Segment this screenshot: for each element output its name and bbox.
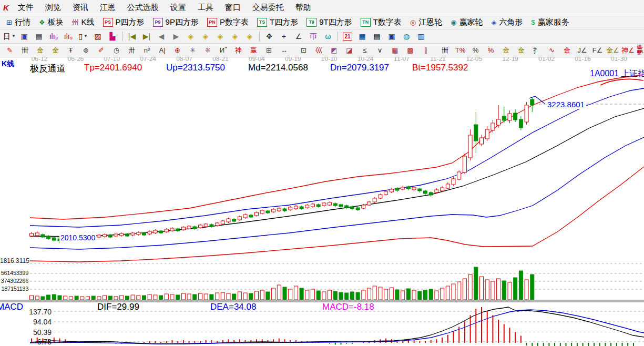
toolbar-overflow[interactable]: 进整 [635, 44, 643, 56]
draw-pencil-angle-button[interactable]: ✐ [94, 45, 109, 56]
draw-pencil-button[interactable]: ✎ [2, 45, 17, 56]
tool-chart-9-button[interactable]: ılı₉ [61, 30, 76, 42]
tool-diamond-right-button[interactable]: ◈ [198, 30, 213, 42]
menu-5[interactable]: 公式选股 [121, 1, 165, 14]
tool-color-histogram-button[interactable]: ▙ [105, 30, 120, 42]
draw-ying-tool-button[interactable]: 赢 [246, 45, 261, 56]
menu-8[interactable]: 窗口 [219, 1, 247, 14]
overflow-icon-2[interactable]: 整 [637, 50, 642, 56]
draw-f-comb-button[interactable]: Ŧ [63, 45, 78, 56]
tool-diamond-x-button[interactable]: ◈ [228, 30, 242, 42]
feature-t-square-button[interactable]: TST四方形 [253, 16, 302, 28]
tool-save-button[interactable]: ▣ [384, 30, 399, 42]
candle-body [452, 179, 455, 185]
draw-circle-ruler-button[interactable]: ◷ [109, 45, 124, 56]
menu-9[interactable]: 交易委托 [247, 1, 290, 14]
tool-notes-button[interactable]: ▤ [370, 30, 384, 42]
draw-red-grid-2-button[interactable]: ▩ [403, 45, 418, 56]
tool-calendar-button[interactable]: 21 [340, 30, 355, 42]
draw-brush-button[interactable]: 扌 [529, 45, 544, 56]
draw-percent-line-button[interactable]: % [483, 45, 498, 56]
tool-window-cascade-button[interactable]: ▣ [17, 30, 32, 42]
draw-a-line-button[interactable]: A| [155, 45, 170, 56]
draw-gold-red-line-button[interactable]: 金 [559, 45, 575, 56]
draw-box-rays-2-button[interactable]: ◪ [342, 45, 357, 56]
draw-n-squared-button[interactable]: n² [139, 45, 155, 56]
tool-gann-tool-button[interactable]: 帀 [306, 30, 321, 42]
draw-gold-angle-button[interactable]: 金∠ [605, 45, 620, 56]
draw-t-percent-button[interactable]: T% [453, 45, 468, 56]
draw-span-arrow-button[interactable]: ↔ [277, 45, 292, 56]
draw-box-frame-button[interactable]: ⊡ [296, 45, 311, 56]
draw-j-angle-button[interactable]: J∠ [575, 45, 590, 56]
menu-4[interactable]: 江恩 [94, 1, 121, 14]
draw-f-angle-button[interactable]: F∠ [590, 45, 605, 56]
menu-2[interactable]: 浏览 [39, 1, 67, 14]
feature-quotes-button[interactable]: ⊞行情 [2, 16, 35, 28]
menu-3[interactable]: 资讯 [67, 1, 94, 14]
draw-check-vee-button[interactable]: ∨ [372, 45, 387, 56]
tool-diamond-left-button[interactable]: ◈ [183, 30, 198, 42]
draw-gold-gann-2-button[interactable]: 金 [48, 45, 63, 56]
draw-gold-underline-button[interactable]: 金 [514, 45, 529, 56]
feature-hexagon-button[interactable]: ◈六角形 [487, 16, 527, 28]
draw-gann-bars-button[interactable]: 卌 [437, 45, 453, 56]
draw-red-grid-1-button[interactable]: ▦ [387, 45, 403, 56]
draw-target-circle-button[interactable]: ⊕ [170, 45, 185, 56]
tool-candle-style-button[interactable]: ▯▼ [76, 30, 90, 42]
draw-spiral-button[interactable]: ⊚ [78, 45, 94, 56]
menu-1[interactable]: 文件 [12, 1, 39, 14]
tool-last-page-button[interactable]: ▶| [139, 30, 154, 42]
tool-wave-tool-button[interactable]: ω [321, 30, 335, 42]
tool-diamond-h-button[interactable]: ◈ [213, 30, 228, 42]
tool-remote-pc-button[interactable]: ▥ [414, 30, 428, 42]
feature-9p-square-button[interactable]: P99P四方形 [149, 16, 203, 28]
tool-calculator-button[interactable]: ▦ [355, 30, 370, 42]
overflow-icon-1[interactable]: 进 [637, 44, 642, 50]
menu-10[interactable]: 帮助 [290, 1, 317, 14]
tool-kline-period-button[interactable]: 日▼ [2, 30, 17, 42]
feature-sectors-button[interactable]: ❖板块 [35, 16, 68, 28]
tool-chart-3-button[interactable]: ılı₃ [46, 30, 61, 42]
feature-winner-service-button[interactable]: $赢家服务 [527, 16, 574, 28]
volume-bar [468, 274, 472, 300]
tool-crosshair-button[interactable]: + [277, 30, 291, 42]
feature-9t-square-button[interactable]: T99T四方形 [302, 16, 356, 28]
feature-p-table-button[interactable]: PNP数字表 [203, 16, 253, 28]
draw-shen-angle-button[interactable]: 神∠ [620, 45, 636, 56]
draw-shen-tool-button[interactable]: 神 [231, 45, 246, 56]
draw-comb-lines-button[interactable]: 卌 [17, 45, 33, 56]
draw-red-wave-button[interactable]: ∿ [544, 45, 559, 56]
draw-star-rays-button[interactable]: ✳ [185, 45, 200, 56]
draw-boxed-star-button[interactable]: ❈ [200, 45, 216, 56]
draw-grid-123-button[interactable]: ⊞ [261, 45, 277, 56]
tool-chip-distribution-button[interactable]: ▨ [90, 30, 105, 42]
tool-info-panel-button[interactable]: ▤ [32, 30, 46, 42]
menu-7[interactable]: 工具 [192, 1, 219, 14]
tool-first-page-button[interactable]: |◀ [125, 30, 139, 42]
feature-p-square-button[interactable]: PSP四方形 [99, 16, 149, 28]
draw-parallel-lines-button[interactable]: ∥ [418, 45, 433, 56]
draw-i-quote-button[interactable]: И˝ [216, 45, 231, 56]
draw-ray-fan-red-button[interactable]: 巛 [311, 45, 326, 56]
feature-kline-button[interactable]: 州K线 [68, 16, 99, 28]
candle-body [463, 156, 466, 172]
feature-winner-wheel-button[interactable]: ◉赢家轮 [446, 16, 487, 28]
draw-comb-lines-2-button[interactable]: 卅 [124, 45, 139, 56]
draw-gold-gann-1-button[interactable]: 金 [33, 45, 48, 56]
tool-page-next-button[interactable]: ▶ [169, 30, 183, 42]
candle-body [491, 123, 495, 130]
tool-pan-hand-button[interactable]: ✥ [262, 30, 277, 42]
feature-t-table-button[interactable]: TNT数字表 [356, 16, 406, 28]
tool-export-web-button[interactable]: ◍ [399, 30, 414, 42]
tool-diamond-all-button[interactable]: ◈ [242, 30, 257, 42]
menu-6[interactable]: 设置 [165, 1, 192, 14]
draw-arrow-fan-button[interactable]: ≤ [357, 45, 372, 56]
tool-angle-measure-button[interactable]: ∠ [291, 30, 306, 42]
draw-gold-circle-button[interactable]: 金 [498, 45, 514, 56]
feature-gann-wheel-button[interactable]: ◎江恩轮 [406, 16, 446, 28]
pane-splitter[interactable] [0, 300, 644, 302]
draw-percent-button[interactable]: % [468, 45, 483, 56]
tool-page-prev-button[interactable]: ◀ [154, 30, 169, 42]
draw-box-rays-1-button[interactable]: ◩ [326, 45, 342, 56]
